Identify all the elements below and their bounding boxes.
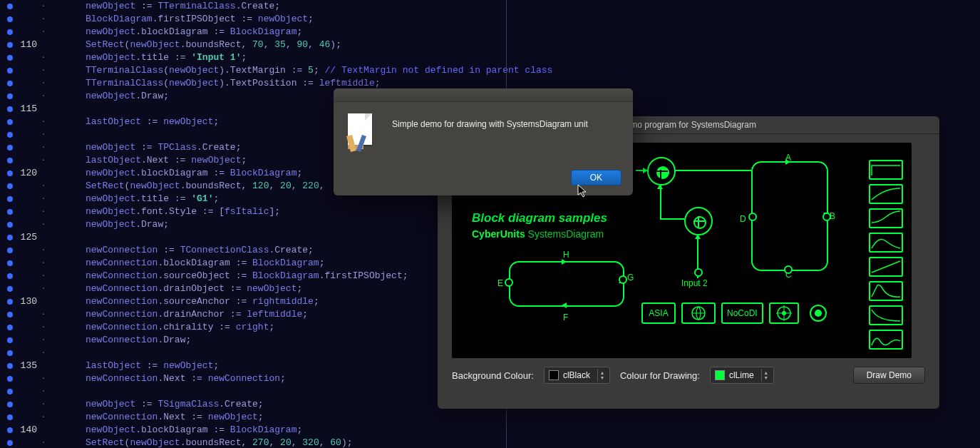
breakpoint-dot-icon[interactable] xyxy=(7,427,13,433)
minichart-step-icon[interactable] xyxy=(869,160,903,180)
chip-nocodi[interactable]: NoCoDI xyxy=(721,302,763,324)
breakpoint-dot-icon[interactable] xyxy=(7,376,13,382)
chip-target1-icon[interactable] xyxy=(769,302,799,324)
bg-swatch xyxy=(549,370,559,380)
breakpoint-dot-icon[interactable] xyxy=(7,29,13,35)
gutter-line: · xyxy=(0,282,46,295)
breakpoint-dot-icon[interactable] xyxy=(7,414,13,420)
code-line[interactable]: TTerminalClass(newObject).TextMargin := … xyxy=(86,64,506,77)
gutter-line: · xyxy=(0,116,46,128)
node-d xyxy=(748,213,757,221)
breakpoint-dot-icon[interactable] xyxy=(7,389,13,394)
breakpoint-dot-icon[interactable] xyxy=(7,16,13,22)
code-line[interactable]: newObject := TTerminalClass.Create; xyxy=(86,0,506,13)
label-h: H xyxy=(563,250,569,260)
breakpoint-dot-icon[interactable] xyxy=(7,260,13,266)
breakpoint-dot-icon[interactable] xyxy=(7,106,13,112)
arrow-into-sigma-top xyxy=(643,168,648,173)
code-line[interactable]: newObject.blockDiagram := BlockDiagram; xyxy=(86,424,506,437)
gutter-line: · xyxy=(0,411,46,424)
bg-colour-label: Background Colour: xyxy=(452,370,534,381)
chip-target2-icon[interactable] xyxy=(805,304,832,322)
gutter-line: · xyxy=(0,205,46,218)
code-line[interactable]: SetRect(newObject.boundsRect, 270, 20, 3… xyxy=(86,437,506,448)
sigma-bottom xyxy=(684,207,713,235)
breakpoint-dot-icon[interactable] xyxy=(7,312,13,317)
breakpoint-dot-icon[interactable] xyxy=(7,119,13,125)
canvas-subtitle: CyberUnits SystemsDiagram xyxy=(472,228,604,240)
minichart-overshoot-icon[interactable] xyxy=(869,281,903,301)
code-line[interactable]: newObject.blockDiagram := BlockDiagram; xyxy=(86,26,506,39)
ok-button[interactable]: OK xyxy=(571,170,621,185)
minichart-ramp-icon[interactable] xyxy=(869,184,903,204)
breakpoint-dot-icon[interactable] xyxy=(7,68,13,73)
breakpoint-dot-icon[interactable] xyxy=(7,248,13,253)
minichart-underdamp-icon[interactable] xyxy=(869,330,903,350)
code-line[interactable]: SetRect(newObject.boundsRect, 70, 35, 90… xyxy=(86,39,506,51)
combo-stepper-icon[interactable]: ▲▼ xyxy=(597,369,607,382)
svg-marker-8 xyxy=(346,135,356,152)
breakpoint-dot-icon[interactable] xyxy=(7,350,13,356)
label-input2: Input 2 xyxy=(681,278,708,288)
minichart-bump-icon[interactable] xyxy=(869,233,903,253)
gutter-line: · xyxy=(0,334,46,347)
breakpoint-dot-icon[interactable] xyxy=(7,337,13,343)
fg-colour-combo[interactable]: clLime ▲▼ xyxy=(710,367,774,384)
draw-demo-button[interactable]: Draw Demo xyxy=(853,367,925,384)
svg-point-6 xyxy=(815,310,822,317)
breakpoint-dot-icon[interactable] xyxy=(7,183,13,189)
code-line[interactable]: newObject.title := 'Input 1'; xyxy=(86,51,506,64)
chip-asia[interactable]: ASIA xyxy=(641,302,676,324)
breakpoint-dot-icon[interactable] xyxy=(7,235,13,240)
gutter-line: · xyxy=(0,128,46,141)
breakpoint-dot-icon[interactable] xyxy=(7,273,13,279)
arrow-f xyxy=(562,302,567,308)
gutter-line: · xyxy=(0,77,46,90)
breakpoint-dot-icon[interactable] xyxy=(7,363,13,369)
gutter-line: · xyxy=(0,90,46,103)
code-line[interactable]: newConnection.Next := newObject; xyxy=(86,411,506,424)
breakpoint-dot-icon[interactable] xyxy=(7,42,13,48)
sigma-top xyxy=(647,157,676,185)
fg-colour-label: Colour for Drawing: xyxy=(620,370,700,381)
gutter-line: · xyxy=(0,51,46,64)
breakpoint-dot-icon[interactable] xyxy=(7,4,13,9)
breakpoint-dot-icon[interactable] xyxy=(7,209,13,215)
node-e xyxy=(505,278,513,287)
breakpoint-dot-icon[interactable] xyxy=(7,158,13,163)
gutter-line: · xyxy=(0,193,46,205)
breakpoint-dot-icon[interactable] xyxy=(7,145,13,151)
label-d: D xyxy=(740,214,746,224)
dialog-titlebar[interactable] xyxy=(334,88,633,102)
gutter-line: · xyxy=(0,321,46,334)
chip-globe-icon[interactable] xyxy=(681,302,716,324)
breakpoint-dot-icon[interactable] xyxy=(7,132,13,138)
code-line[interactable]: BlockDiagram.firstIPSObject := newObject… xyxy=(86,13,506,26)
minichart-linear-icon[interactable] xyxy=(869,257,903,277)
minichart-sigmoid-icon[interactable] xyxy=(869,208,903,228)
info-dialog[interactable]: Simple demo for drawing with SystemsDiag… xyxy=(334,88,633,195)
controls-row: Background Colour: clBlack ▲▼ Colour for… xyxy=(452,367,925,384)
breakpoint-dot-icon[interactable] xyxy=(7,325,13,330)
gutter-line: · xyxy=(0,308,46,321)
gutter-line: · xyxy=(0,26,46,39)
arrow-h xyxy=(562,259,567,265)
breakpoint-dot-icon[interactable] xyxy=(7,93,13,99)
bg-colour-combo[interactable]: clBlack ▲▼ xyxy=(544,367,610,384)
breakpoint-dot-icon[interactable] xyxy=(7,286,13,292)
breakpoint-dot-icon[interactable] xyxy=(7,81,13,86)
combo-stepper-icon[interactable]: ▲▼ xyxy=(761,369,770,382)
breakpoint-dot-icon[interactable] xyxy=(7,440,13,446)
minichart-decay-icon[interactable] xyxy=(869,305,903,325)
breakpoint-dot-icon[interactable] xyxy=(7,402,13,407)
gutter-line: · xyxy=(0,398,46,411)
breakpoint-dot-icon[interactable] xyxy=(7,170,13,176)
gutter-line: 140 xyxy=(0,424,46,437)
canvas-title: Block diagram samples xyxy=(472,211,607,225)
node-input2 xyxy=(694,268,703,277)
code-editor[interactable]: ···110····115····120····125····130····13… xyxy=(0,0,506,448)
breakpoint-dot-icon[interactable] xyxy=(7,55,13,61)
breakpoint-dot-icon[interactable] xyxy=(7,299,13,305)
breakpoint-dot-icon[interactable] xyxy=(7,222,13,228)
breakpoint-dot-icon[interactable] xyxy=(7,196,13,202)
